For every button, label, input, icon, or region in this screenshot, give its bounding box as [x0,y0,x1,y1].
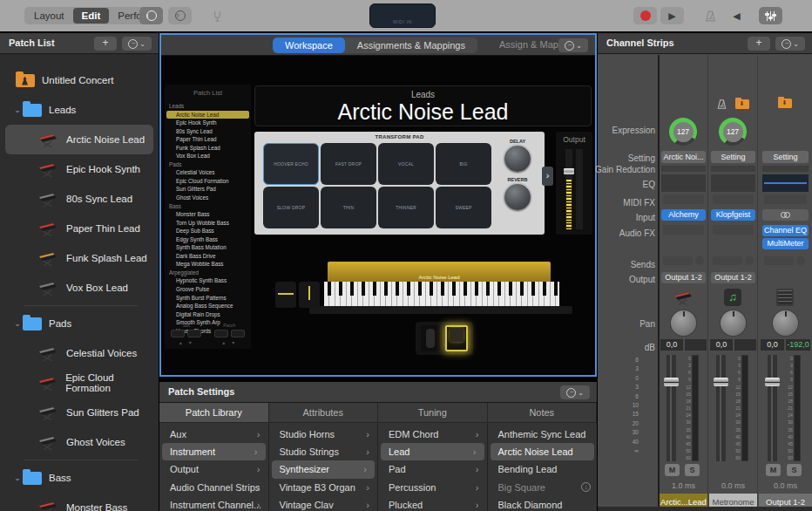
pan-knob[interactable] [671,310,696,336]
keyboard-keys[interactable] [324,282,559,306]
mini-patch-row[interactable]: Synth Bass Mutation [165,243,251,252]
mini-patch-row[interactable]: Mega Wobble Bass [165,260,251,269]
tab-workspace[interactable]: Workspace [273,37,345,53]
mini-patch-row[interactable]: Torn Up Wobble Bass [165,219,251,228]
send-slot[interactable] [764,256,805,265]
eq-thumbnail[interactable] [661,174,706,192]
tree-item-concert[interactable]: Untitled Concert [0,65,159,95]
output-fader-cap[interactable] [564,168,574,174]
mini-patch-row[interactable]: Celestial Voices [165,168,251,177]
audio-fx-plugin-button[interactable]: Channel EQ [762,225,809,236]
audio-fx-slot[interactable] [663,225,704,235]
metronome-button[interactable] [699,7,722,24]
library-item[interactable]: Vintage Clav› [269,496,378,511]
mini-patch-row[interactable]: Sun Glitters Pad [165,185,251,194]
library-item[interactable]: Pad› [378,460,487,478]
master-mute-button[interactable]: ◀ [725,7,748,24]
library-item[interactable]: Black Diamond [488,496,598,511]
midi-fx-slot[interactable] [713,194,754,204]
output-routing-button[interactable]: Output 1-2 [661,272,706,283]
transform-pad[interactable]: VOCAL [378,143,434,185]
solo-button[interactable]: S [787,464,802,476]
workspace-action-menu[interactable]: ···⌄ [558,38,588,52]
set-button[interactable] [187,330,201,337]
play-button[interactable]: ▶ [660,7,684,24]
library-item[interactable]: Bending Lead [488,460,598,478]
library-item-downloadable[interactable]: Big Square↓ [488,479,598,496]
library-item[interactable]: Plucked› [378,496,487,511]
patch-button[interactable] [214,330,228,337]
solo-button[interactable]: S [685,464,700,476]
disclosure-chevron-icon[interactable]: ⌄ [12,319,23,328]
tree-item-patch[interactable]: Ghost Voices [0,427,159,457]
mode-layout[interactable]: Layout [25,8,73,24]
record-button[interactable] [633,7,657,24]
tree-item-patch[interactable]: 80s Sync Lead [0,184,159,214]
instrument-plugin-button[interactable]: Alchemy [661,209,706,221]
tab-patch-library[interactable]: Patch Library [159,403,269,422]
mode-edit[interactable]: Edit [73,8,110,24]
mini-patch-row[interactable]: Dark Bass Drive [165,252,251,261]
mini-patch-row[interactable]: Ghost Voices [165,194,251,202]
mute-button[interactable]: M [665,464,680,476]
tree-item-patch[interactable]: Monster Bass [0,493,159,511]
transform-pad[interactable]: BIG [436,143,491,185]
send-slot[interactable] [713,256,754,265]
tree-item-patch[interactable]: Funk Splash Lead [0,243,159,273]
patch-arrows[interactable]: ▴▾ [220,339,245,345]
channel-strips-action-menu[interactable]: ···⌄ [775,37,805,51]
expression-knob[interactable]: 127 [669,118,697,146]
mini-patch-row[interactable]: Epic Hook Synth [165,119,251,127]
mini-patch-row[interactable]: Edgy Synth Bass [165,235,251,244]
set-button[interactable] [171,330,185,337]
tree-item-patch[interactable]: Epic Hook Synth [0,154,159,184]
add-channel-strip-button[interactable]: + [748,37,770,51]
library-item-selected[interactable]: Instrument› [162,443,266,460]
tree-item-leads-folder[interactable]: ⌄ Leads [0,95,159,125]
next-page-button[interactable]: › [542,167,553,186]
tab-tuning[interactable]: Tuning [378,403,488,422]
library-item[interactable]: EDM Chord› [378,426,487,443]
stereo-format-button[interactable] [762,209,809,221]
mute-button[interactable]: M [766,464,781,476]
tree-item-patch[interactable]: Vox Box Lead [0,273,159,303]
mini-patch-row[interactable]: 80s Sync Lead [165,127,251,136]
tree-item-bass-folder[interactable]: ⌄ Bass [0,463,159,493]
tree-item-patch[interactable]: Paper Thin Lead [0,214,159,243]
tab-attributes[interactable]: Attributes [269,403,379,422]
send-slot[interactable] [663,256,704,265]
audio-fx-plugin-button[interactable]: MultiMeter [762,238,809,249]
delay-knob[interactable] [504,146,531,172]
library-item[interactable]: Studio Strings› [269,443,378,460]
sustain-pedal-active[interactable] [445,325,468,351]
reverb-knob[interactable] [504,184,531,210]
pitch-wheel[interactable] [275,282,296,308]
output-routing-button[interactable]: Output 1-2 [711,272,755,283]
library-item[interactable]: Anthemic Sync Lead [488,426,598,443]
library-item[interactable]: Aux› [159,426,268,443]
mini-patch-row[interactable]: Vox Box Lead [165,152,251,160]
mini-patch-row[interactable]: Synth Burst Patterns [165,294,251,303]
disclosure-chevron-icon[interactable]: ⌄ [12,474,23,482]
transform-pad[interactable]: FAST DROP [321,143,376,185]
tab-assignments-mappings[interactable]: Assignments & Mappings [345,37,477,53]
mod-wheel[interactable] [299,282,320,308]
tree-item-patch[interactable]: Celestial Voices [0,338,159,368]
tree-item-patch-selected[interactable]: Arctic Noise Lead [5,125,153,154]
eq-thumbnail[interactable] [711,174,755,192]
mini-patch-row-selected[interactable]: Arctic Noise Lead [166,111,249,119]
instrument-plugin-button[interactable]: Klopfgeist [711,209,755,221]
library-item[interactable]: Percussion› [378,479,487,496]
mini-patch-row[interactable]: Deep Sub Bass [165,227,251,235]
library-item[interactable]: Studio Horns› [269,426,378,443]
library-item[interactable]: Instrument Channel...› [159,496,268,511]
library-item-selected[interactable]: Arctic Noise Lead [491,443,595,460]
mini-patch-row[interactable]: Digital Rain Drops [165,310,251,319]
fader-cap[interactable] [765,378,780,386]
black-keys[interactable] [324,282,559,296]
patch-button[interactable] [231,330,245,337]
setting-button[interactable]: Arctic Noi... [661,151,706,163]
mini-patch-row[interactable]: Groove Pulse [165,285,251,294]
patch-list-action-menu[interactable]: ···⌄ [122,37,152,51]
tree-item-patch[interactable]: Epic Cloud Formation [0,368,159,398]
